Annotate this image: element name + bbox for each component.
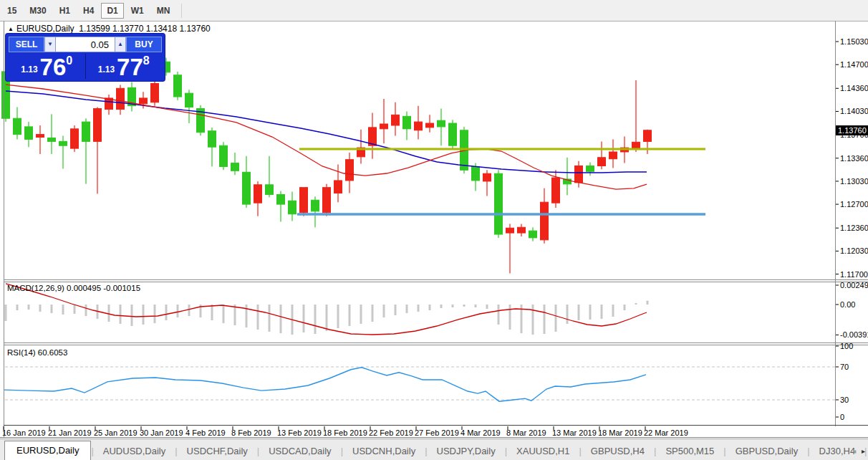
candle-body [380, 124, 388, 129]
tab-scroll-left-icon[interactable]: ◂ [852, 447, 856, 455]
date-axis-label: 8 Mar 2019 [506, 428, 546, 437]
tab-gbpusd-h4[interactable]: GBPUSD,H4 [582, 442, 654, 460]
date-axis-label: 13 Feb 2019 [277, 428, 322, 437]
macd-axis-label: 0.00 [840, 300, 855, 309]
candle-body [117, 88, 125, 109]
date-axis-label: 18 Mar 2019 [598, 428, 642, 437]
candle-body [598, 158, 606, 166]
candle-body [185, 93, 193, 107]
chart-tab-bar: EURUSD,Daily|AUDUSD,Daily|USDCHF,Daily|U… [0, 439, 868, 460]
candle-body [438, 120, 445, 127]
mt4-terminal-window: 15M30H1H4D1W1MN ▲EURUSD,Daily 1.13599 1.… [0, 0, 868, 460]
tab-scroll-controls: ◂ ▸ [849, 447, 865, 455]
price-axis-label: 1.11700 [840, 270, 868, 279]
tab-usdcad-daily[interactable]: USDCAD,Daily [259, 442, 340, 460]
tab-audusd-daily[interactable]: AUDUSD,Daily [94, 442, 175, 460]
candle-body [587, 166, 594, 171]
tab-scroll-right-icon[interactable]: ▸ [862, 447, 865, 455]
buy-price-small: 1.13 [98, 64, 115, 75]
date-axis-label: 16 Jan 2019 [2, 428, 46, 437]
candle-body [48, 138, 56, 142]
price-axis-label: 1.15030 [840, 37, 868, 46]
macd-value: 0.000495 [67, 284, 101, 292]
date-axis-label: 30 Jan 2019 [140, 428, 183, 437]
candle-body [346, 160, 354, 181]
candle-body [266, 185, 274, 195]
candle-body [231, 163, 239, 171]
triangle-up-icon: ▲ [117, 41, 123, 47]
buy-price-display[interactable]: 1.13 77 8 [85, 54, 163, 79]
price-axis-label: 1.12700 [840, 200, 868, 209]
chart-symbol-label: EURUSD,Daily [16, 24, 74, 34]
candle-body [552, 178, 560, 203]
candle-body [312, 200, 319, 211]
candle-body [472, 166, 480, 180]
candle-body [323, 188, 331, 213]
date-axis-label: 25 Jan 2019 [94, 428, 138, 437]
candle-body [208, 131, 216, 147]
price-axis-label: 1.14360 [840, 84, 868, 92]
collapse-triangle-icon[interactable]: ▲ [8, 26, 14, 32]
sell-price-display[interactable]: 1.13 76 0 [9, 54, 85, 79]
candle-body [541, 202, 549, 240]
tab-usdchf-daily[interactable]: USDCHF,Daily [178, 442, 257, 460]
candle-body [289, 201, 296, 214]
candle-body [151, 83, 159, 102]
tab-eurusd-daily[interactable]: EURUSD,Daily [4, 441, 91, 460]
candle-body [644, 130, 652, 142]
chart-ohlc-values: 1.13599 1.13770 1.13418 1.13760 [79, 24, 211, 34]
candle-body [529, 231, 537, 238]
buy-price-big: 77 [117, 57, 143, 77]
rsi-axis-label: 30 [840, 396, 849, 404]
candle-body [174, 75, 182, 97]
tab-sp500-m15[interactable]: SP500,M15 [656, 442, 723, 460]
candle-body [575, 166, 583, 182]
candle-body [25, 127, 33, 140]
date-axis-label: 4 Feb 2019 [185, 428, 226, 437]
date-axis-label: 22 Mar 2019 [644, 428, 688, 437]
rsi-name: RSI(14) [7, 348, 36, 357]
candle-body [140, 98, 148, 104]
candle-body [483, 173, 491, 181]
macd-name: MACD(12,26,9) [7, 284, 64, 292]
volume-input[interactable]: 0.05 [56, 37, 115, 52]
rsi-axis-label: 70 [840, 363, 849, 371]
candle-body [220, 145, 228, 166]
one-click-trading-panel: SELL ▼ 0.05 ▲ BUY 1.13 76 0 1.13 77 8 [6, 34, 165, 81]
candle-body [392, 115, 400, 125]
buy-price-sup: 8 [143, 54, 150, 67]
candle-body [334, 181, 342, 193]
candle-body [518, 227, 526, 233]
candle-body [426, 123, 434, 128]
sell-button[interactable]: SELL [9, 37, 44, 52]
volume-increase-button[interactable]: ▲ [115, 37, 126, 52]
tab-gbpusd-daily[interactable]: GBPUSD,Daily [726, 442, 807, 460]
volume-decrease-button[interactable]: ▼ [44, 37, 56, 52]
chart-plot-background[interactable] [4, 21, 836, 438]
tab-usdjpy-daily[interactable]: USDJPY,Daily [428, 442, 505, 460]
candle-body [449, 123, 457, 145]
tab-xauusd-h1[interactable]: XAUUSD,H1 [507, 442, 579, 460]
buy-button[interactable]: BUY [126, 37, 162, 52]
candle-body [59, 141, 67, 145]
candle-body [37, 135, 44, 138]
tab-usdcnh-daily[interactable]: USDCNH,Daily [343, 442, 425, 460]
price-axis-label: 1.12030 [840, 246, 868, 255]
candle-body [609, 152, 617, 159]
date-axis-label: 21 Jan 2019 [48, 428, 92, 437]
macd-axis-label: 0.002495 [840, 281, 868, 289]
price-axis-label: 1.12360 [840, 224, 868, 232]
candle-body [506, 228, 514, 233]
candle-body [94, 109, 102, 142]
rsi-value: 60.6053 [38, 348, 68, 357]
price-axis-label: 1.13360 [840, 154, 868, 163]
date-axis-label: 18 Feb 2019 [323, 428, 367, 437]
date-axis-label: 27 Feb 2019 [415, 428, 459, 437]
date-axis-label: 13 Mar 2019 [552, 428, 597, 437]
price-axis-label: 1.14700 [840, 60, 868, 69]
macd-indicator-label: MACD(12,26,9) 0.000495 -0.001015 [7, 284, 140, 292]
sell-price-sup: 0 [66, 54, 72, 67]
date-axis-label: 8 Feb 2019 [231, 428, 271, 437]
date-axis-label: 4 Mar 2019 [460, 428, 501, 437]
triangle-down-icon: ▼ [47, 41, 53, 47]
